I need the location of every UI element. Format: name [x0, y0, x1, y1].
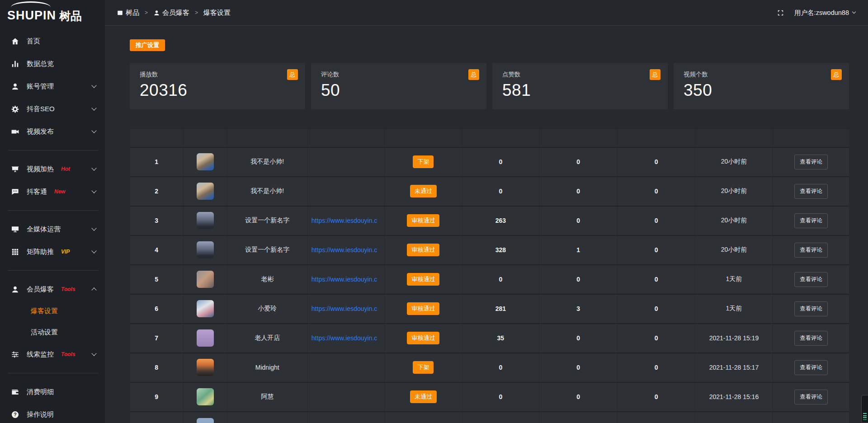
board-icon — [11, 164, 20, 174]
profile-link[interactable]: https://www.iesdouyin.c — [311, 334, 377, 342]
action-cell: 查看评论 — [773, 382, 849, 412]
sidebar-item[interactable]: 数据总览 — [0, 52, 105, 75]
view-comments-button[interactable]: 查看评论 — [794, 331, 828, 346]
breadcrumb-label[interactable]: 会员爆客 — [162, 9, 189, 17]
view-comments-button[interactable]: 查看评论 — [794, 243, 828, 258]
stat-label: 评论数 — [321, 70, 476, 79]
view-comments-button[interactable]: 查看评论 — [794, 272, 828, 287]
video-icon — [11, 127, 20, 136]
row-number-cell: 8 — [130, 353, 184, 382]
sidebar-item[interactable]: 视频发布 — [0, 120, 105, 143]
sidebar-item[interactable]: 账号管理 — [0, 75, 105, 98]
plays-cell: 0 — [462, 147, 539, 177]
action-cell: 查看评论 — [773, 147, 849, 177]
publish-time-cell: 2021-11-28 15:17 — [695, 353, 773, 382]
breadcrumb-label[interactable]: 爆客设置 — [203, 9, 231, 17]
sidebar-item[interactable]: 爆客设置 — [0, 301, 105, 322]
nickname-cell: Midnight — [227, 353, 307, 382]
profile-link[interactable]: https://www.iesdouyin.c — [311, 305, 377, 312]
nickname-cell: 老彬 — [227, 265, 307, 294]
logo[interactable]: SHUPIN 树品 — [0, 0, 105, 24]
svg-text:?: ? — [14, 412, 17, 417]
sidebar-item-label: 操作说明 — [27, 410, 54, 419]
profile-link[interactable]: https://www.iesdouyin.c — [311, 217, 377, 224]
nickname-cell: 设置一个新名字 — [227, 235, 307, 265]
chevron-icon — [91, 226, 96, 230]
chevron-icon — [91, 188, 96, 193]
plays-cell: 35 — [462, 324, 539, 353]
plays-cell: 0 — [462, 177, 539, 206]
action-cell: 查看评论 — [773, 235, 849, 265]
avatar-cell — [183, 353, 227, 382]
link-cell — [307, 147, 384, 177]
breadcrumb-item: 树品 > — [117, 9, 153, 17]
promo-settings-button[interactable]: 推广设置 — [130, 39, 165, 51]
publish-time-cell — [695, 412, 773, 423]
breadcrumb-label[interactable]: 树品 — [126, 9, 139, 17]
fullscreen-icon[interactable] — [777, 9, 784, 17]
column-header — [307, 129, 384, 147]
status-cell: 审核通过 — [385, 294, 462, 324]
user-menu[interactable]: 用户名: zswodun88 — [794, 9, 855, 17]
table-row: 9 阿慧 未通过 0 0 — [130, 382, 849, 412]
view-comments-button[interactable]: 查看评论 — [794, 155, 828, 169]
plays-cell: 328 — [462, 235, 539, 265]
total-badge: 总 — [831, 69, 842, 80]
sidebar-item[interactable]: 抖音SEO — [0, 98, 105, 120]
view-comments-button[interactable]: 查看评论 — [794, 184, 828, 199]
sidebar-item-label: 抖音SEO — [27, 105, 55, 113]
plays-cell: 281 — [462, 294, 539, 324]
floating-widget-stripes-icon — [863, 413, 867, 420]
sidebar-item[interactable]: 消费明细 — [0, 381, 105, 403]
action-cell: 查看评论 — [773, 324, 849, 353]
column-header — [462, 129, 539, 147]
breadcrumb-item: 会员爆客 > — [153, 9, 203, 17]
sidebar-item[interactable]: 抖客通 New — [0, 180, 105, 203]
comments-cell: 0 — [618, 206, 695, 235]
grid-icon — [11, 247, 20, 256]
avatar — [197, 388, 214, 405]
sidebar-item[interactable]: 会员爆客 Tools — [0, 278, 105, 301]
profile-link[interactable]: https://www.iesdouyin.c — [311, 276, 377, 283]
action-cell: 查看评论 — [773, 265, 849, 294]
chevron-icon — [91, 287, 96, 292]
wallet-icon — [11, 387, 20, 396]
column-header — [227, 129, 307, 147]
sidebar-item[interactable]: 首页 — [0, 30, 105, 52]
floating-widget[interactable] — [861, 395, 868, 423]
total-badge: 总 — [468, 69, 479, 80]
link-cell — [307, 382, 384, 412]
view-comments-button[interactable]: 查看评论 — [794, 390, 828, 404]
status-badge: 审核通过 — [407, 244, 439, 256]
view-comments-button[interactable]: 查看评论 — [794, 301, 828, 316]
sidebar-item[interactable]: 活动设置 — [0, 322, 105, 343]
row-number-cell: 1 — [130, 147, 184, 177]
sidebar-item-label: 账号管理 — [27, 82, 54, 91]
avatar-cell — [183, 294, 227, 324]
sidebar-item[interactable]: 全媒体运营 — [0, 218, 105, 240]
publish-time-cell: 20小时前 — [695, 235, 773, 265]
link-cell: https://www.iesdouyin.c — [307, 294, 384, 324]
user-icon — [153, 9, 160, 16]
chevron-icon — [91, 83, 96, 88]
profile-link[interactable]: https://www.iesdouyin.c — [311, 246, 377, 254]
sidebar-item[interactable]: 线索监控 Tools — [0, 343, 105, 366]
avatar — [197, 271, 214, 288]
action-cell — [773, 412, 849, 423]
table-row: 1 我不是小帅! 下架 0 0 — [130, 147, 849, 177]
sidebar-item-badge: Tools — [61, 286, 75, 292]
view-comments-button[interactable]: 查看评论 — [794, 360, 828, 375]
table-row: 7 老人开店 https://www.iesdouyin.c 审核通过 — [130, 324, 849, 353]
comments-cell: 0 — [618, 177, 695, 206]
sidebar-item-label: 数据总览 — [27, 60, 54, 68]
sidebar-item[interactable]: ? 操作说明 — [0, 403, 105, 423]
avatar-cell — [183, 324, 227, 353]
table-row: 6 小爱玲 https://www.iesdouyin.c 审核通过 — [130, 294, 849, 324]
likes-cell: 0 — [539, 147, 617, 177]
status-badge: 未通过 — [410, 185, 437, 197]
view-comments-button[interactable]: 查看评论 — [794, 213, 828, 228]
sidebar-item[interactable]: 矩阵助推 VIP — [0, 240, 105, 263]
sidebar-item[interactable]: 视频加热 Hot — [0, 158, 105, 180]
avatar — [197, 359, 214, 376]
link-cell — [307, 177, 384, 206]
